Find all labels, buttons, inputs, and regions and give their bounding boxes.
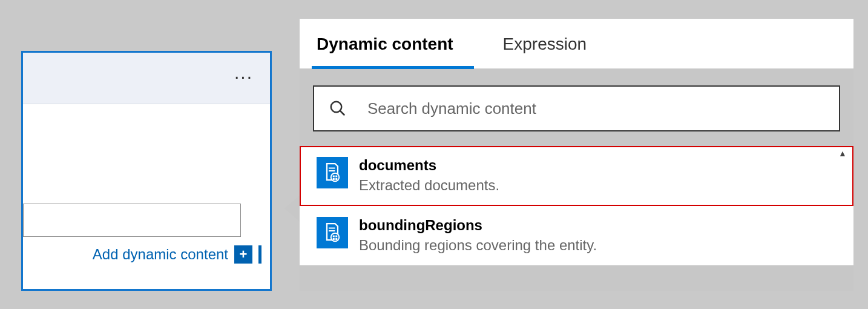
result-title: documents <box>359 157 499 174</box>
result-desc: Extracted documents. <box>359 176 499 194</box>
tab-dynamic-content[interactable]: Dynamic content <box>300 19 486 68</box>
document-icon <box>317 217 348 248</box>
result-text: boundingRegions Bounding regions coverin… <box>359 217 597 254</box>
picker-tabs: Dynamic content Expression <box>300 19 853 68</box>
svg-point-11 <box>331 233 340 242</box>
svg-rect-15 <box>335 238 337 240</box>
action-card-header: ··· <box>23 53 270 104</box>
search-input[interactable] <box>367 99 824 118</box>
svg-rect-6 <box>335 176 337 178</box>
result-title: boundingRegions <box>359 217 597 234</box>
search-icon <box>329 99 347 118</box>
value-input[interactable] <box>23 204 241 237</box>
results-list: ▲ documents Extracted documents. <box>300 146 853 266</box>
result-desc: Bounding regions covering the entity. <box>359 236 597 254</box>
svg-rect-7 <box>333 178 335 180</box>
accent-bar <box>258 245 261 264</box>
search-row <box>300 68 853 146</box>
add-dynamic-row: Add dynamic content + <box>93 245 261 264</box>
search-box[interactable] <box>313 85 840 131</box>
svg-rect-13 <box>335 235 337 237</box>
document-icon <box>317 157 348 188</box>
scroll-up-icon[interactable]: ▲ <box>834 148 851 161</box>
callout-arrow-icon <box>284 195 300 222</box>
svg-rect-8 <box>335 178 337 180</box>
svg-rect-14 <box>333 238 335 240</box>
result-item-documents[interactable]: documents Extracted documents. <box>300 146 853 206</box>
tab-expression[interactable]: Expression <box>486 19 611 68</box>
action-card: ··· Add dynamic content + <box>21 51 272 291</box>
add-dynamic-content-link[interactable]: Add dynamic content <box>93 246 228 263</box>
svg-rect-5 <box>333 176 335 178</box>
svg-point-4 <box>331 173 340 182</box>
dynamic-content-picker: Dynamic content Expression ▲ <box>300 19 853 291</box>
svg-rect-12 <box>333 235 335 237</box>
result-text: documents Extracted documents. <box>359 157 499 194</box>
add-dynamic-plus-button[interactable]: + <box>234 245 252 264</box>
result-item-boundingregions[interactable]: boundingRegions Bounding regions coverin… <box>300 206 853 266</box>
svg-point-0 <box>331 102 342 113</box>
more-icon[interactable]: ··· <box>234 66 253 87</box>
svg-line-1 <box>340 111 345 116</box>
